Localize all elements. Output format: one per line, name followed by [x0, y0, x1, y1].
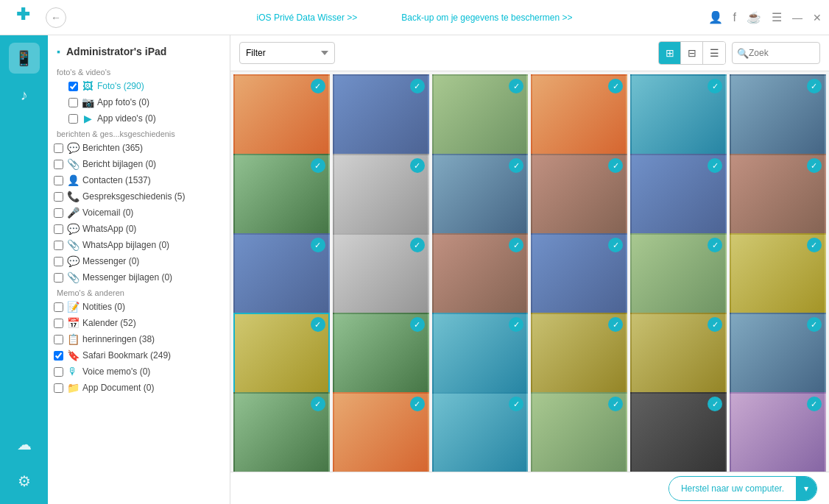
photo-check-icon: ✓	[708, 317, 722, 332]
photo-check-icon: ✓	[807, 238, 822, 252]
tree-sidebar: ▪ Administrator's iPad foto's & video's …	[48, 35, 230, 504]
nav-music-icon[interactable]: ♪	[9, 79, 40, 110]
sidebar-item-kalender[interactable]: 📅 Kalender (52)	[48, 315, 230, 331]
sidebar-item-whatsapp[interactable]: 💬 WhatsApp (0)	[48, 221, 230, 237]
nav-cloud-icon[interactable]: ☁	[9, 429, 40, 460]
photo-check-icon: ✓	[608, 397, 623, 411]
section-memos-label: Memo's & anderen	[48, 285, 230, 299]
sidebar-item-herinneringen[interactable]: 📋 herinneringen (38)	[48, 331, 230, 347]
photo-check-icon: ✓	[608, 79, 623, 93]
voicemail-checkbox[interactable]	[54, 208, 63, 218]
photo-check-icon: ✓	[807, 317, 822, 332]
detail-view-button[interactable]: ☰	[703, 42, 725, 64]
sidebar-item-app-videos[interactable]: ▶ App video's (0)	[63, 110, 230, 127]
photo-check-icon: ✓	[410, 317, 425, 332]
sidebar-item-app-fotos[interactable]: 📷 App foto's (0)	[63, 94, 230, 110]
herinneringen-checkbox[interactable]	[54, 335, 63, 344]
voice-memos-checkbox[interactable]	[54, 367, 63, 377]
photo-check-icon: ✓	[608, 238, 623, 252]
sidebar-item-contacten[interactable]: 👤 Contacten (1537)	[48, 172, 230, 188]
photo-check-icon: ✓	[708, 397, 722, 411]
close-button[interactable]: ✕	[813, 12, 822, 24]
photo-check-icon: ✓	[708, 158, 722, 173]
photo-grid: ✓IMG_0152.JPG✓IMG_0152.JPG✓IMG_0151.JPG✓…	[230, 71, 829, 472]
photo-check-icon: ✓	[608, 158, 623, 173]
sidebar-item-whatsapp-bijlagen[interactable]: 📎 WhatsApp bijlagen (0)	[48, 237, 230, 253]
sidebar-item-bericht-bijlagen[interactable]: 📎 Bericht bijlagen (0)	[48, 156, 230, 172]
bericht-bijlagen-icon: 📎	[66, 158, 80, 170]
bericht-bijlagen-checkbox[interactable]	[54, 160, 63, 169]
photo-check-icon: ✓	[509, 238, 523, 252]
photo-cell[interactable]: ✓IMG_0130.JPG	[531, 392, 627, 472]
photo-check-icon: ✓	[311, 238, 325, 252]
photo-check-icon: ✓	[807, 158, 822, 173]
whatsapp-icon: 💬	[66, 223, 80, 235]
nav-phone-icon[interactable]: 📱	[9, 43, 40, 74]
search-input[interactable]	[749, 48, 815, 58]
app-document-label: App Document (0)	[82, 383, 154, 393]
chat-icon[interactable]: ☕	[747, 10, 761, 24]
sidebar-item-app-document[interactable]: 📁 App Document (0)	[48, 380, 230, 396]
minimize-button[interactable]: —	[792, 12, 802, 24]
main-layout: 📱 ♪ ☁ ⚙ ▪ Administrator's iPad foto's & …	[0, 35, 829, 504]
sidebar-item-messenger[interactable]: 💬 Messenger (0)	[48, 253, 230, 269]
sidebar-item-messenger-bijlagen[interactable]: 📎 Messenger bijlagen (0)	[48, 269, 230, 285]
grid-view-button[interactable]: ⊞	[659, 42, 681, 64]
photo-cell[interactable]: ✓IMG_0131.JPG	[432, 392, 529, 472]
app-document-checkbox[interactable]	[54, 383, 63, 393]
restore-btn-label[interactable]: Herstel naar uw computer.	[669, 479, 796, 498]
app-fotos-checkbox[interactable]	[68, 98, 78, 107]
gesprek-checkbox[interactable]	[54, 192, 63, 202]
whatsapp-bijlagen-checkbox[interactable]	[54, 241, 63, 250]
restore-btn-arrow[interactable]: ▾	[796, 477, 816, 500]
bottom-bar: Herstel naar uw computer. ▾	[230, 472, 829, 504]
menu-icon[interactable]: ☰	[772, 10, 782, 24]
backup-link[interactable]: Back-up om je gegevens te beschermen >>	[401, 13, 572, 23]
photo-cell[interactable]: ✓IMG_0132.JPG	[333, 392, 429, 472]
messenger-checkbox[interactable]	[54, 257, 63, 266]
ios-data-link[interactable]: iOS Privé Data Wisser >>	[257, 13, 358, 23]
search-icon: 🔍	[737, 48, 749, 59]
restore-button[interactable]: Herstel naar uw computer. ▾	[669, 476, 817, 501]
contacten-checkbox[interactable]	[54, 176, 63, 185]
sidebar-item-fotos[interactable]: 🖼 Foto's (290)	[63, 78, 230, 94]
photo-cell[interactable]: ✓IMG_0129.JPG	[630, 392, 727, 472]
notities-checkbox[interactable]	[54, 302, 63, 312]
photo-check-icon: ✓	[608, 317, 623, 332]
photo-check-icon: ✓	[311, 79, 325, 93]
herinneringen-icon: 📋	[66, 333, 80, 345]
list-view-button[interactable]: ⊟	[681, 42, 703, 64]
titlebar-links: iOS Privé Data Wisser >> Back-up om je g…	[257, 13, 573, 23]
sidebar-item-voicemail[interactable]: 🎤 Voicemail (0)	[48, 205, 230, 221]
nav-tools-icon[interactable]: ⚙	[9, 466, 40, 497]
filter-select[interactable]: Filter	[239, 42, 335, 64]
sidebar-item-voice-memos[interactable]: 🎙 Voice memo's (0)	[48, 363, 230, 380]
herinneringen-label: herinneringen (38)	[82, 334, 155, 344]
safari-icon: 🔖	[66, 349, 80, 361]
device-icon: ▪	[57, 46, 60, 57]
fotos-checkbox[interactable]	[68, 82, 78, 91]
photo-check-icon: ✓	[509, 317, 523, 332]
user-icon[interactable]: 👤	[708, 10, 723, 24]
device-title: Administrator's iPad	[66, 46, 166, 57]
kalender-checkbox[interactable]	[54, 319, 63, 328]
search-box: 🔍	[732, 42, 820, 64]
voicemail-icon: 🎤	[66, 207, 80, 219]
sidebar-item-notities[interactable]: 📝 Notities (0)	[48, 299, 230, 315]
messenger-bijlagen-checkbox[interactable]	[54, 273, 63, 283]
sidebar-item-safari[interactable]: 🔖 Safari Bookmark (249)	[48, 347, 230, 363]
sidebar-item-gespreksgeschiedenis[interactable]: 📞 Gespreksgeschiedenis (5)	[48, 188, 230, 205]
photo-cell[interactable]: ✓IMG_0128.JPG	[730, 392, 826, 472]
berichten-checkbox[interactable]	[54, 143, 63, 153]
safari-checkbox[interactable]	[54, 351, 63, 361]
facebook-icon[interactable]: f	[733, 11, 736, 24]
titlebar-left: ✚ ←	[7, 0, 66, 36]
voicemail-label: Voicemail (0)	[82, 207, 133, 218]
back-button[interactable]: ←	[46, 7, 66, 28]
whatsapp-checkbox[interactable]	[54, 224, 63, 234]
app-videos-icon: ▶	[81, 113, 94, 124]
app-logo: ✚	[7, 0, 38, 30]
photo-cell[interactable]: ✓IMG_0133.JPG	[233, 392, 330, 472]
sidebar-item-berichten[interactable]: 💬 Berichten (365)	[48, 140, 230, 156]
app-videos-checkbox[interactable]	[68, 114, 78, 124]
